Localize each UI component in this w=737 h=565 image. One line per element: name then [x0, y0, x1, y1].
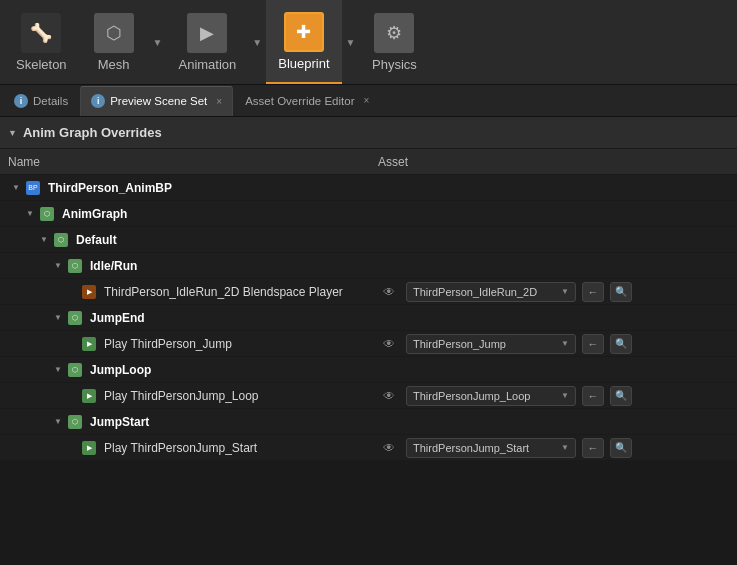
blueprint-icon: BP	[26, 181, 40, 195]
reset-asset-button[interactable]: ←	[582, 334, 604, 354]
skeleton-tab[interactable]: 🦴 Skeleton	[4, 0, 79, 84]
animation-dropdown-arrow[interactable]: ▼	[248, 37, 266, 48]
physics-label: Physics	[372, 57, 417, 72]
asset-dropdown-value: ThirdPersonJump_Loop	[413, 390, 557, 402]
tree-row[interactable]: ▼⬡Idle/Run	[0, 253, 737, 279]
tree-row[interactable]: ▶ThirdPerson_IdleRun_2D Blendspace Playe…	[0, 279, 737, 305]
dropdown-arrow-icon: ▼	[561, 287, 569, 296]
preview-scene-set-tab[interactable]: i Preview Scene Set ×	[80, 86, 233, 116]
preview-scene-set-label: Preview Scene Set	[110, 95, 207, 107]
play-icon: ▶	[82, 389, 96, 403]
physics-tab[interactable]: ⚙ Physics	[359, 0, 429, 84]
expand-icon[interactable]: ▼	[26, 209, 36, 218]
table-header: Name Asset	[0, 149, 737, 175]
animation-icon: ▶	[187, 13, 227, 53]
find-asset-button[interactable]: 🔍	[610, 282, 632, 302]
physics-icon: ⚙	[374, 13, 414, 53]
node-label: ThirdPerson_AnimBP	[48, 181, 172, 195]
editor-tabs: i Details i Preview Scene Set × Asset Ov…	[0, 85, 737, 117]
node-label: JumpLoop	[90, 363, 151, 377]
asset-override-label: Asset Override Editor	[245, 95, 354, 107]
expand-icon[interactable]: ▼	[54, 261, 64, 270]
asset-dropdown[interactable]: ThirdPerson_Jump▼	[406, 334, 576, 354]
mesh-dropdown-arrow[interactable]: ▼	[149, 37, 167, 48]
find-asset-button[interactable]: 🔍	[610, 386, 632, 406]
dropdown-arrow-icon: ▼	[561, 443, 569, 452]
section-title: Anim Graph Overrides	[23, 125, 162, 140]
asset-override-close-icon[interactable]: ×	[363, 95, 369, 106]
find-asset-button[interactable]: 🔍	[610, 334, 632, 354]
tree-row[interactable]: ▼⬡JumpLoop	[0, 357, 737, 383]
tree-row[interactable]: ▼⬡AnimGraph	[0, 201, 737, 227]
tree-row[interactable]: ▶Play ThirdPerson_Jump👁ThirdPerson_Jump▼…	[0, 331, 737, 357]
details-tab-label: Details	[33, 95, 68, 107]
play-icon: ▶	[82, 337, 96, 351]
asset-column-header: Asset	[378, 155, 729, 169]
anim-icon: ▶	[82, 285, 96, 299]
play-icon: ▶	[82, 441, 96, 455]
reset-asset-button[interactable]: ←	[582, 438, 604, 458]
asset-dropdown-value: ThirdPerson_Jump	[413, 338, 557, 350]
blueprint-tab-group: ✚ Blueprint ▼	[266, 0, 359, 84]
node-label: JumpStart	[90, 415, 149, 429]
graph-icon: ⬡	[54, 233, 68, 247]
asset-dropdown-value: ThirdPerson_IdleRun_2D	[413, 286, 557, 298]
skeleton-icon: 🦴	[21, 13, 61, 53]
tree-row[interactable]: ▶Play ThirdPersonJump_Start👁ThirdPersonJ…	[0, 435, 737, 461]
tree-row[interactable]: ▶Play ThirdPersonJump_Loop👁ThirdPersonJu…	[0, 383, 737, 409]
graph-icon: ⬡	[68, 259, 82, 273]
animation-tab[interactable]: ▶ Animation	[167, 0, 249, 84]
graph-icon: ⬡	[68, 311, 82, 325]
reset-asset-button[interactable]: ←	[582, 282, 604, 302]
node-label: ThirdPerson_IdleRun_2D Blendspace Player	[104, 285, 343, 299]
blueprint-icon: ✚	[284, 12, 324, 52]
expand-icon[interactable]: ▼	[12, 183, 22, 192]
tree-row[interactable]: ▼⬡Default	[0, 227, 737, 253]
visibility-toggle[interactable]: 👁	[378, 386, 400, 406]
mesh-icon: ⬡	[94, 13, 134, 53]
find-asset-button[interactable]: 🔍	[610, 438, 632, 458]
mesh-tab[interactable]: ⬡ Mesh	[79, 0, 149, 84]
tree-row[interactable]: ▼⬡JumpEnd	[0, 305, 737, 331]
blueprint-dropdown-arrow[interactable]: ▼	[342, 37, 360, 48]
tree-row[interactable]: ▼⬡JumpStart	[0, 409, 737, 435]
node-label: Default	[76, 233, 117, 247]
section-header: ▼ Anim Graph Overrides	[0, 117, 737, 149]
node-label: Play ThirdPerson_Jump	[104, 337, 232, 351]
asset-dropdown[interactable]: ThirdPerson_IdleRun_2D▼	[406, 282, 576, 302]
node-label: JumpEnd	[90, 311, 145, 325]
tree-row[interactable]: ▼BPThirdPerson_AnimBP	[0, 175, 737, 201]
mesh-tab-group: ⬡ Mesh ▼	[79, 0, 167, 84]
visibility-toggle[interactable]: 👁	[378, 334, 400, 354]
visibility-toggle[interactable]: 👁	[378, 438, 400, 458]
blueprint-tab[interactable]: ✚ Blueprint	[266, 0, 341, 84]
node-label: Play ThirdPersonJump_Start	[104, 441, 257, 455]
graph-icon: ⬡	[68, 415, 82, 429]
blueprint-label: Blueprint	[278, 56, 329, 71]
details-tab[interactable]: i Details	[4, 86, 78, 116]
animation-tab-group: ▶ Animation ▼	[167, 0, 267, 84]
graph-icon: ⬡	[40, 207, 54, 221]
dropdown-arrow-icon: ▼	[561, 391, 569, 400]
node-label: Idle/Run	[90, 259, 137, 273]
node-label: AnimGraph	[62, 207, 127, 221]
expand-icon[interactable]: ▼	[54, 313, 64, 322]
asset-dropdown[interactable]: ThirdPersonJump_Start▼	[406, 438, 576, 458]
name-column-header: Name	[8, 155, 378, 169]
expand-icon[interactable]: ▼	[54, 365, 64, 374]
top-toolbar: 🦴 Skeleton ⬡ Mesh ▼ ▶ Animation ▼ ✚ Blue…	[0, 0, 737, 85]
mesh-label: Mesh	[98, 57, 130, 72]
section-expand-icon[interactable]: ▼	[8, 128, 17, 138]
reset-asset-button[interactable]: ←	[582, 386, 604, 406]
expand-icon[interactable]: ▼	[40, 235, 50, 244]
preview-close-icon[interactable]: ×	[216, 96, 222, 107]
tree-body: ▼BPThirdPerson_AnimBP▼⬡AnimGraph▼⬡Defaul…	[0, 175, 737, 461]
asset-dropdown-value: ThirdPersonJump_Start	[413, 442, 557, 454]
asset-dropdown[interactable]: ThirdPersonJump_Loop▼	[406, 386, 576, 406]
skeleton-label: Skeleton	[16, 57, 67, 72]
asset-override-tab[interactable]: Asset Override Editor ×	[235, 86, 379, 116]
visibility-toggle[interactable]: 👁	[378, 282, 400, 302]
node-label: Play ThirdPersonJump_Loop	[104, 389, 259, 403]
expand-icon[interactable]: ▼	[54, 417, 64, 426]
graph-icon: ⬡	[68, 363, 82, 377]
